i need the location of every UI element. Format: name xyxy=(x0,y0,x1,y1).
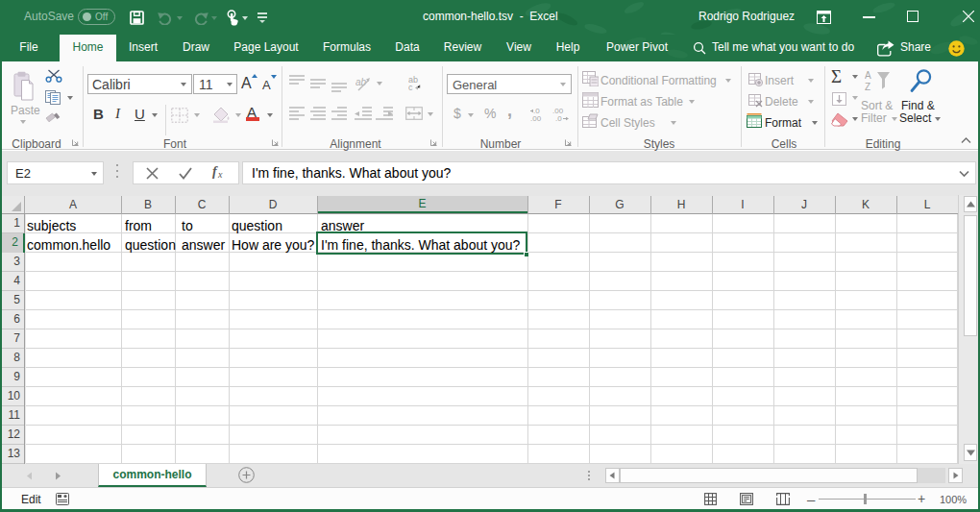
svg-text:ab: ab xyxy=(355,77,367,87)
svg-text:c: c xyxy=(408,83,413,91)
svg-text:.0: .0 xyxy=(533,108,540,115)
svg-text:Z: Z xyxy=(865,82,870,92)
svg-text:.00: .00 xyxy=(530,114,542,122)
svg-text:A: A xyxy=(865,70,871,81)
svg-text:.0: .0 xyxy=(555,114,562,122)
